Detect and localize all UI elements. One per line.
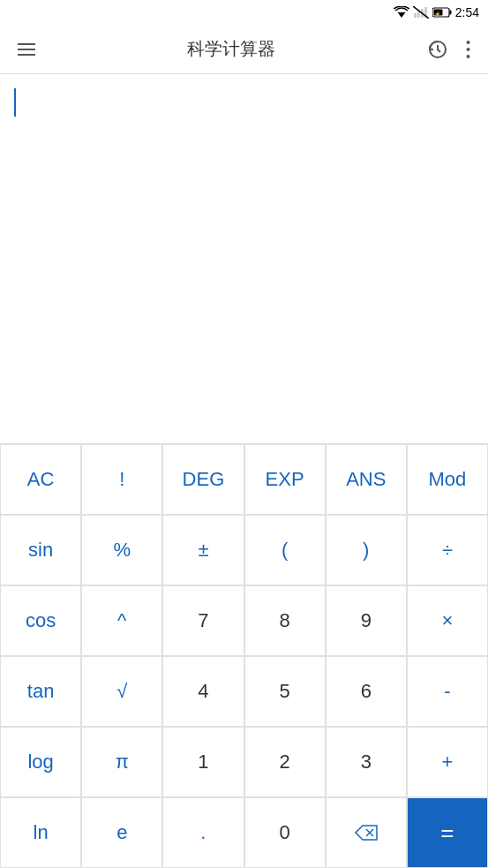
key--[interactable]: - bbox=[407, 656, 488, 727]
svg-text:⚡: ⚡ bbox=[434, 11, 441, 18]
key-row-4: logπ123+ bbox=[0, 727, 488, 797]
status-icons: ⚡ 2:54 bbox=[394, 5, 479, 19]
key-deg[interactable]: DEG bbox=[162, 444, 244, 515]
svg-point-11 bbox=[467, 41, 470, 44]
key-row-1: sin%±()÷ bbox=[0, 515, 488, 585]
key-row-0: AC!DEGEXPANSMod bbox=[0, 444, 488, 515]
key--[interactable]: ! bbox=[81, 444, 162, 515]
cursor bbox=[14, 88, 16, 117]
toolbar-title: 科学计算器 bbox=[42, 37, 420, 61]
key--[interactable]: × bbox=[407, 585, 488, 656]
svg-point-12 bbox=[467, 48, 470, 51]
key-row-2: cos^789× bbox=[0, 585, 488, 656]
svg-marker-0 bbox=[397, 12, 405, 18]
key-1[interactable]: 1 bbox=[162, 727, 244, 797]
key--[interactable]: . bbox=[162, 797, 244, 868]
svg-rect-1 bbox=[414, 13, 417, 18]
key--[interactable]: π bbox=[81, 727, 162, 797]
key-sin[interactable]: sin bbox=[0, 515, 81, 585]
key-9[interactable]: 9 bbox=[326, 585, 407, 656]
signal-icon bbox=[413, 6, 429, 19]
key--[interactable]: ± bbox=[162, 515, 244, 585]
key-row-3: tan√456- bbox=[0, 656, 488, 727]
key--[interactable] bbox=[326, 797, 407, 868]
history-icon bbox=[427, 39, 448, 60]
key-mod[interactable]: Mod bbox=[407, 444, 488, 515]
toolbar: 科学计算器 bbox=[0, 25, 488, 74]
key-tan[interactable]: tan bbox=[0, 656, 81, 727]
key-cos[interactable]: cos bbox=[0, 585, 81, 656]
more-icon bbox=[466, 40, 470, 59]
status-bar: ⚡ 2:54 bbox=[0, 0, 488, 25]
key-5[interactable]: 5 bbox=[244, 656, 326, 727]
svg-rect-7 bbox=[449, 11, 451, 15]
menu-button[interactable] bbox=[11, 36, 42, 63]
key-2[interactable]: 2 bbox=[244, 727, 326, 797]
battery-icon: ⚡ bbox=[432, 7, 452, 18]
svg-point-13 bbox=[467, 55, 470, 58]
wifi-icon bbox=[394, 6, 409, 19]
key--[interactable]: = bbox=[407, 797, 488, 868]
key-7[interactable]: 7 bbox=[162, 585, 244, 656]
key-log[interactable]: log bbox=[0, 727, 81, 797]
history-button[interactable] bbox=[420, 31, 455, 67]
key-6[interactable]: 6 bbox=[326, 656, 407, 727]
key-ln[interactable]: ln bbox=[0, 797, 81, 868]
key-ac[interactable]: AC bbox=[0, 444, 81, 515]
key-4[interactable]: 4 bbox=[162, 656, 244, 727]
more-options-button[interactable] bbox=[459, 32, 477, 67]
backspace-icon bbox=[354, 824, 379, 842]
status-time: 2:54 bbox=[455, 5, 479, 19]
key--[interactable]: ÷ bbox=[407, 515, 488, 585]
key-0[interactable]: 0 bbox=[244, 797, 326, 868]
key--[interactable]: + bbox=[407, 727, 488, 797]
key--[interactable]: ( bbox=[244, 515, 326, 585]
key-row-5: lne.0 = bbox=[0, 797, 488, 868]
key--[interactable]: √ bbox=[81, 656, 162, 727]
key--[interactable]: % bbox=[81, 515, 162, 585]
toolbar-actions bbox=[420, 31, 477, 67]
keypad: AC!DEGEXPANSModsin%±()÷cos^789×tan√456-l… bbox=[0, 444, 488, 868]
calculator-display bbox=[0, 74, 488, 444]
key-ans[interactable]: ANS bbox=[326, 444, 407, 515]
key-exp[interactable]: EXP bbox=[244, 444, 326, 515]
key-3[interactable]: 3 bbox=[326, 727, 407, 797]
key-e[interactable]: e bbox=[81, 797, 162, 868]
key--[interactable]: ) bbox=[326, 515, 407, 585]
key--[interactable]: ^ bbox=[81, 585, 162, 656]
key-8[interactable]: 8 bbox=[244, 585, 326, 656]
